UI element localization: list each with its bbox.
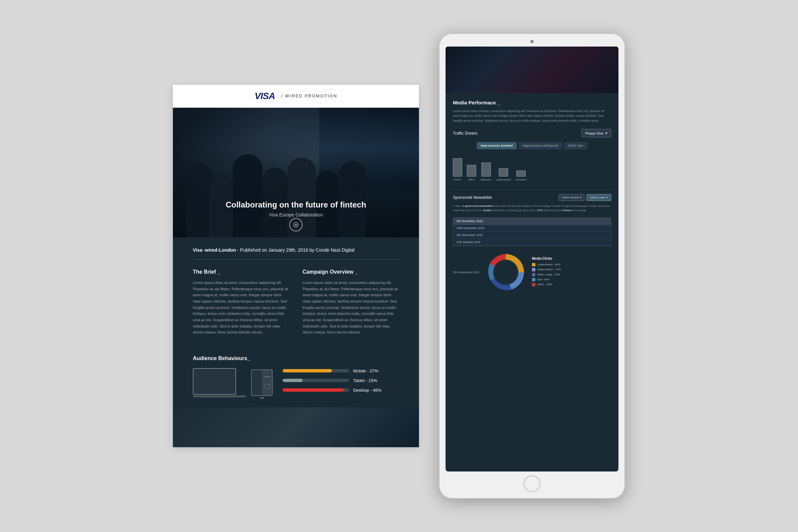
newsletter-dropdowns: Select Brand ▾ Select Date ▾ bbox=[558, 194, 611, 201]
phase-dropdown[interactable]: Phase One ▾ bbox=[582, 129, 611, 137]
brand-chevron-icon: ▾ bbox=[580, 196, 582, 199]
ipad-content: Media Performace _ Lorem ipsum dolor sit… bbox=[445, 93, 619, 301]
article-byline: Visa -wired-London - Published on Januar… bbox=[193, 247, 399, 253]
legend-text: Native Large - 25% bbox=[537, 273, 560, 276]
date-option[interactable]: 4th December 2015 bbox=[453, 232, 611, 239]
website-panel: VISA / WIRED PROMOTION Collaborating on … bbox=[173, 85, 419, 447]
ipad-divider bbox=[453, 189, 611, 190]
select-date-dropdown[interactable]: Select Date ▾ bbox=[587, 194, 611, 201]
hero-text-block: Collaborating on the future of fintech V… bbox=[226, 200, 366, 217]
legend-text: Mpu- 40% bbox=[537, 278, 549, 281]
traffic-drivers-header: Traffic Drivers Phase One ▾ bbox=[453, 129, 611, 137]
phase-label: Phase One bbox=[585, 131, 604, 135]
traffic-label: Traffic Drivers bbox=[453, 131, 477, 136]
chart-bar-rect bbox=[481, 163, 491, 176]
tablet-icon bbox=[251, 369, 273, 396]
hero-subtitle: Visa Europe Collaboration bbox=[226, 212, 366, 217]
campaign-section: Campaign Overview _ Lorem ipsum dolor si… bbox=[303, 269, 399, 336]
legend-item: Native Button - 74% bbox=[532, 268, 611, 271]
chart-bar-rect bbox=[467, 165, 476, 176]
legend-dot bbox=[532, 283, 535, 286]
date-option[interactable]: 20th November 2015 bbox=[453, 225, 611, 232]
chart-bar-item: Billboard bbox=[481, 163, 491, 181]
audience-bar-row: Desktop - 46% bbox=[283, 388, 399, 393]
site-header: VISA / WIRED PROMOTION bbox=[173, 85, 419, 108]
bar-label: Desktop - 46% bbox=[353, 388, 393, 393]
svg-point-2 bbox=[493, 260, 518, 285]
ipad-top-image bbox=[445, 46, 619, 93]
newsletter-title: Sponsored Newsletter bbox=[453, 195, 492, 200]
laptop-icon bbox=[193, 368, 246, 397]
audience-title: Audience Behaviours_ bbox=[193, 356, 399, 361]
article-content: Visa -wired-London - Published on Januar… bbox=[173, 238, 419, 356]
audience-bar-row: Mobile - 37% bbox=[283, 368, 399, 374]
hero-chevron-button[interactable] bbox=[289, 218, 303, 231]
campaign-body: Lorem ipsum dolor sit amet, consectetur … bbox=[303, 280, 399, 336]
article-divider bbox=[193, 259, 399, 260]
bar-track bbox=[283, 379, 349, 382]
media-perf-title: Media Performace _ bbox=[453, 100, 611, 106]
audience-content: Mobile - 37% Tablet - 15% Desktop - 46% bbox=[193, 368, 399, 397]
legend-dot bbox=[532, 278, 535, 281]
donut-section: 5th November 2015 bbox=[453, 251, 611, 294]
bar-label: Mobile - 37% bbox=[353, 368, 393, 374]
chart-bar-label: Billboard bbox=[481, 178, 491, 181]
legend-item: Leaderboard - 60% bbox=[532, 263, 611, 266]
chart-bar-item: Leaderboard bbox=[496, 168, 511, 181]
select-brand-dropdown[interactable]: Select Brand ▾ bbox=[558, 194, 585, 201]
chart-bar-rect bbox=[499, 168, 508, 176]
tab-buttons: Impressions booked Impressions Delivered… bbox=[453, 142, 611, 149]
legend-text: DSKY - 95% bbox=[537, 283, 552, 286]
chart-bar-item: MPU bbox=[467, 165, 476, 181]
svg-point-0 bbox=[293, 223, 298, 227]
traffic-bar-chart: DSKY MPU Billboard Leaderboard Incontent bbox=[453, 155, 611, 185]
media-clicks-legend: Media Clicks Leaderboard - 60% Native Bu… bbox=[532, 257, 611, 288]
audience-section: Audience Behaviours_ bbox=[173, 356, 419, 407]
bar-fill bbox=[283, 369, 332, 373]
chart-bar-rect bbox=[516, 171, 526, 176]
phase-chevron-icon: ▾ bbox=[606, 131, 607, 135]
chart-bar-label: MPU bbox=[469, 178, 474, 181]
chart-bar-rect bbox=[453, 158, 462, 176]
article-two-col: The Brief _ Lorem ipsum dolor sit amet, … bbox=[193, 269, 399, 336]
legend-item: Native Large - 25% bbox=[532, 273, 611, 276]
bar-track bbox=[283, 369, 349, 373]
newsletter-body: In total, 3 sponsored newsletters were s… bbox=[453, 204, 611, 213]
hero-title: Collaborating on the future of fintech bbox=[226, 200, 366, 209]
chart-bar-label: DSKY bbox=[454, 178, 461, 181]
tab-click-rate[interactable]: Click rate bbox=[564, 142, 588, 149]
brief-title: The Brief _ bbox=[193, 269, 289, 275]
bar-label: Tablet - 15% bbox=[353, 378, 393, 383]
bar-track bbox=[283, 388, 349, 392]
legend-dot bbox=[532, 268, 535, 271]
brief-body: Lorem ipsum dolor sit amet, consectetur … bbox=[193, 280, 289, 336]
newsletter-header: Sponsored Newsletter Select Brand ▾ Sele… bbox=[453, 194, 611, 201]
legend-text: Native Button - 74% bbox=[537, 268, 561, 271]
donut-chart bbox=[484, 251, 527, 294]
chart-bar-label: Incontent bbox=[516, 178, 527, 181]
tab-impressions-booked[interactable]: Impressions booked bbox=[477, 142, 517, 149]
chart-bar-label: Leaderboard bbox=[496, 178, 511, 181]
date-option[interactable]: 5th November 2015 bbox=[453, 218, 611, 225]
device-icons bbox=[193, 368, 273, 397]
bar-fill bbox=[283, 388, 344, 392]
media-clicks-title: Media Clicks bbox=[532, 257, 611, 260]
ipad-screen: Media Performace _ Lorem ipsum dolor sit… bbox=[445, 46, 619, 472]
chart-bar-item: DSKY bbox=[453, 158, 462, 181]
date-chevron-icon: ▾ bbox=[607, 196, 608, 199]
chart-bar-item: Incontent bbox=[516, 171, 527, 181]
bar-charts: Mobile - 37% Tablet - 15% Desktop - 46% bbox=[283, 368, 399, 397]
date-picker-dropdown[interactable]: 5th November 201520th November 20154th D… bbox=[453, 217, 611, 246]
tab-impressions-delivered[interactable]: Impressions Delivered bbox=[519, 142, 562, 149]
bottom-image bbox=[173, 407, 419, 447]
wired-promotion-label: / WIRED PROMOTION bbox=[278, 93, 337, 98]
date-option[interactable]: 2nd January 2016 bbox=[453, 239, 611, 246]
audience-bar-row: Tablet - 15% bbox=[283, 378, 399, 383]
campaign-title: Campaign Overview _ bbox=[303, 269, 399, 275]
donut-date-label: 5th November 2015 bbox=[453, 271, 479, 274]
ipad-home-button[interactable] bbox=[524, 475, 540, 492]
visa-logo: VISA bbox=[255, 91, 275, 101]
hero-image: Collaborating on the future of fintech V… bbox=[173, 108, 419, 238]
legend-text: Leaderboard - 60% bbox=[537, 263, 560, 266]
legend-dot bbox=[532, 273, 535, 276]
